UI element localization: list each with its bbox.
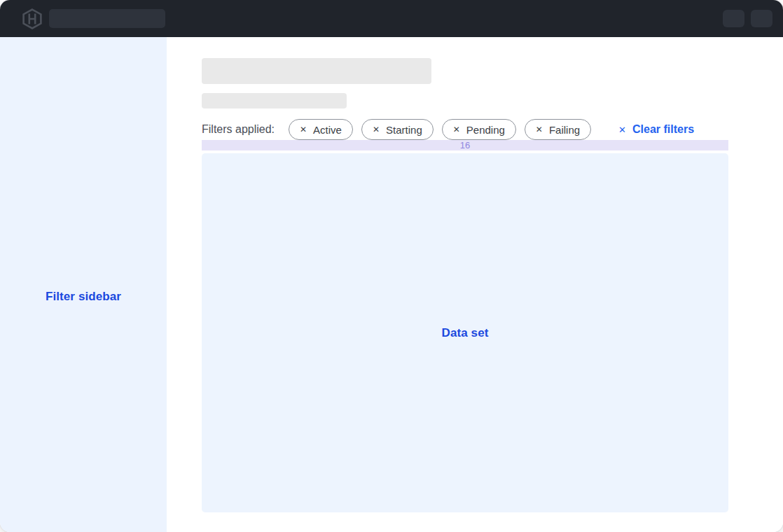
search-input[interactable] <box>49 9 165 28</box>
filters-applied-row: Filters applied: ✕ Active ✕ Starting ✕ P… <box>202 119 728 140</box>
filters-applied-label: Filters applied: <box>202 123 275 136</box>
remove-filter-icon[interactable]: ✕ <box>300 125 307 134</box>
subtitle-placeholder <box>202 93 347 108</box>
filter-sidebar: Filter sidebar <box>0 37 167 532</box>
filter-chip-label: Starting <box>386 124 422 136</box>
result-count-value: 16 <box>460 140 470 150</box>
clear-filters-label: Clear filters <box>632 123 694 136</box>
remove-filter-icon[interactable]: ✕ <box>536 125 543 134</box>
topbar-button-1[interactable] <box>723 10 744 27</box>
filter-chip-label: Failing <box>549 124 580 136</box>
result-count-bar: 16 <box>202 140 728 150</box>
dataset-area[interactable]: Data set <box>202 153 728 512</box>
filter-chip-failing[interactable]: ✕ Failing <box>525 119 591 140</box>
filter-sidebar-label: Filter sidebar <box>46 290 121 304</box>
filter-chip-pending[interactable]: ✕ Pending <box>442 119 516 140</box>
filter-chip-starting[interactable]: ✕ Starting <box>361 119 434 140</box>
clear-filters-x-icon: ✕ <box>618 125 626 134</box>
filter-chip-label: Active <box>313 124 342 136</box>
topbar <box>0 0 783 37</box>
title-placeholder <box>202 58 431 84</box>
filter-chip-active[interactable]: ✕ Active <box>289 119 353 140</box>
app-window: Filter sidebar Filters applied: ✕ Active… <box>0 0 783 532</box>
filter-chip-label: Pending <box>466 124 505 136</box>
topbar-button-2[interactable] <box>751 10 772 27</box>
remove-filter-icon[interactable]: ✕ <box>373 125 380 134</box>
remove-filter-icon[interactable]: ✕ <box>453 125 460 134</box>
topbar-actions <box>723 10 772 27</box>
clear-filters-link[interactable]: ✕ Clear filters <box>618 123 694 136</box>
hashicorp-logo-icon <box>22 8 42 29</box>
dataset-label: Data set <box>442 326 489 340</box>
main-content: Filters applied: ✕ Active ✕ Starting ✕ P… <box>167 37 783 532</box>
